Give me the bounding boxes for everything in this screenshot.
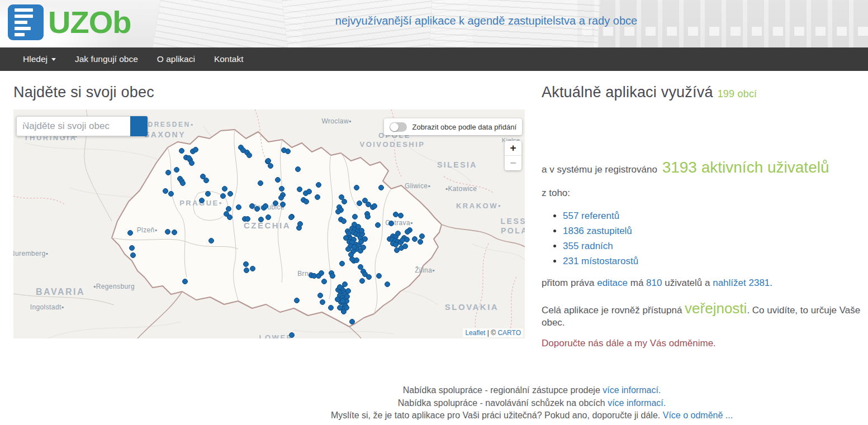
map-marker[interactable] [220,193,226,199]
map-marker[interactable] [398,213,404,218]
map-marker[interactable] [352,244,357,250]
nav-item-o-aplikaci[interactable]: O aplikaci [148,47,205,71]
map-marker[interactable] [344,305,349,311]
map-marker[interactable] [258,180,263,186]
map-marker[interactable] [349,319,355,324]
map-marker[interactable] [199,198,205,203]
map-marker[interactable] [245,216,250,222]
map-marker[interactable] [263,203,268,209]
map-marker[interactable] [265,158,271,164]
map-marker[interactable] [254,206,260,212]
map-marker[interactable] [227,214,233,220]
map-marker[interactable] [330,273,335,279]
edit-users-count-link[interactable]: 810 [646,278,662,288]
map-marker[interactable] [279,186,284,192]
map-marker[interactable] [378,185,384,190]
map-marker[interactable] [352,222,357,227]
map-marker[interactable] [180,180,186,186]
search-input[interactable] [16,116,130,136]
map-marker[interactable] [340,298,345,304]
map-marker[interactable] [222,186,227,192]
map-marker[interactable] [339,261,345,266]
map-marker[interactable] [268,163,273,169]
map-marker[interactable] [297,221,303,227]
search-button[interactable] [130,116,148,136]
deputy-mayors-link[interactable]: 231 místostarostů [563,256,638,266]
map-marker[interactable] [250,266,255,271]
map-marker[interactable] [395,231,401,236]
toggle-switch[interactable] [390,122,407,132]
map-marker[interactable] [246,152,252,158]
map-marker[interactable] [258,217,264,222]
map-marker[interactable] [412,236,418,242]
map-marker[interactable] [419,233,425,239]
public-link[interactable]: veřejnosti [685,300,747,317]
map-marker[interactable] [168,191,174,197]
carto-link[interactable]: CARTO [497,329,521,337]
map-marker[interactable] [345,288,351,294]
map-marker[interactable] [341,199,347,204]
map-marker[interactable] [227,191,233,197]
map-marker[interactable] [320,299,325,305]
map-marker[interactable] [418,239,423,245]
map-marker[interactable] [165,229,170,235]
map-marker[interactable] [289,332,295,338]
map-marker[interactable] [297,187,302,192]
map-marker[interactable] [372,203,377,209]
map-marker[interactable] [244,268,249,273]
logo[interactable]: UZOb [8,4,131,40]
map-marker[interactable] [295,166,301,172]
map-marker[interactable] [375,222,381,228]
nav-item-jak-funguji-obce[interactable]: Jak fungují obce [65,47,148,71]
map-marker[interactable] [344,294,350,299]
map-marker[interactable] [182,279,188,284]
map-marker[interactable] [280,202,286,207]
view-rights-link[interactable]: nahlížet 2381 [713,278,770,288]
map-marker[interactable] [303,199,309,204]
more-info-link-1[interactable]: více informací. [603,385,661,395]
map-marker[interactable] [205,191,211,197]
map-marker[interactable] [203,178,209,183]
map-marker[interactable] [265,214,271,220]
leaflet-link[interactable]: Leaflet [465,329,485,337]
map-marker[interactable] [405,229,410,235]
map-marker[interactable] [361,245,366,250]
map-marker[interactable] [193,147,198,152]
map-marker[interactable] [385,281,390,287]
map-marker[interactable] [189,160,195,166]
map-marker[interactable] [316,182,321,188]
map-marker[interactable] [328,305,334,311]
map-marker[interactable] [393,242,399,247]
map-marker[interactable] [346,231,352,236]
map-marker[interactable] [359,228,364,233]
map-marker[interactable] [306,189,312,194]
map-marker[interactable] [319,270,324,276]
map-marker[interactable] [273,200,278,206]
map-marker[interactable] [243,261,249,267]
map-marker[interactable] [341,218,347,224]
more-info-link-2[interactable]: více informací. [608,398,666,408]
zoom-in-button[interactable]: + [505,141,521,156]
map-marker[interactable] [129,245,135,251]
map-marker[interactable] [376,273,382,279]
map-marker[interactable] [348,252,354,257]
map-marker[interactable] [186,155,192,161]
map-marker[interactable] [366,274,372,280]
nav-item-kontakt[interactable]: Kontakt [205,47,253,71]
map-marker[interactable] [321,279,327,284]
edit-rights-link[interactable]: editace [597,278,628,288]
map-marker[interactable] [359,278,365,284]
reward-info-link[interactable]: Více o odměně ... [663,410,733,420]
map-marker[interactable] [345,246,351,252]
council-members-link[interactable]: 1836 zastupitelů [563,226,632,236]
referents-link[interactable]: 557 referentů [563,211,619,221]
map-marker[interactable] [315,194,320,200]
map-marker[interactable] [402,243,408,249]
map-marker[interactable] [163,188,168,194]
map[interactable]: THURINGIASAXONYDRESDEN▪▪JenaWroclaw▪Kiel… [13,109,525,338]
map-marker[interactable] [337,284,343,290]
map-marker[interactable] [127,230,133,236]
map-marker[interactable] [165,170,171,175]
map-marker[interactable] [400,237,405,243]
map-marker[interactable] [337,305,343,311]
